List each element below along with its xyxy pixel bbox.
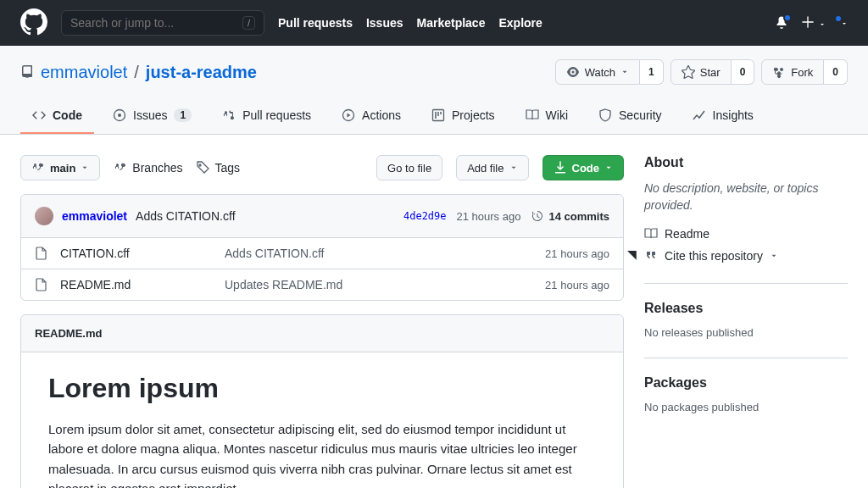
about-description: No description, website, or topics provi… [644,180,848,214]
file-row[interactable]: README.md Updates README.md 21 hours ago [21,269,623,300]
github-logo[interactable] [20,8,47,38]
caret-down-icon [620,68,629,76]
file-row[interactable]: CITATION.cff Adds CITATION.cff 21 hours … [21,238,623,269]
issue-icon [113,108,126,122]
fork-control: Fork 0 [761,59,848,85]
nav-explore[interactable]: Explore [498,16,542,30]
packages-section: Packages No packages published [644,358,848,413]
watch-label: Watch [585,66,615,79]
commit-sha-link[interactable]: 4de2d9e [403,210,447,222]
releases-section: Releases No releases published [644,283,848,339]
repo-tab-nav: Code Issues1 Pull requests Actions Proje… [20,102,848,134]
play-icon [342,108,355,122]
global-search[interactable]: / [61,10,264,36]
repo-sidebar: About No description, website, or topics… [644,155,848,488]
file-name-link[interactable]: README.md [60,278,213,291]
releases-empty: No releases published [644,326,848,339]
branch-select-button[interactable]: main [20,155,100,180]
tab-issues[interactable]: Issues1 [101,102,203,134]
notification-badge [783,14,792,22]
readme-filename: README.md [35,327,102,340]
repo-owner-link[interactable]: emmaviolet [41,63,127,82]
path-separator: / [134,63,139,82]
caret-down-icon [770,252,778,260]
quote-icon [644,249,658,263]
code-download-button[interactable]: Code [542,155,625,180]
slash-shortcut-icon: / [242,16,255,30]
packages-empty: No packages published [644,401,848,413]
svg-point-0 [571,71,574,74]
file-commit-message[interactable]: Updates README.md [225,278,533,291]
commit-author-avatar[interactable] [35,207,53,225]
mark-github-icon [20,8,47,36]
code-icon [32,108,46,122]
commits-history-link[interactable]: 14 commits [531,209,609,223]
watch-count[interactable]: 1 [640,59,664,85]
tab-wiki[interactable]: Wiki [514,102,580,134]
branch-name: main [50,162,75,175]
notifications-icon[interactable] [775,15,788,31]
star-icon [682,65,695,79]
tab-pulls[interactable]: Pull requests [210,102,323,134]
history-icon [531,209,544,223]
releases-heading: Releases [644,301,848,316]
fork-icon [772,65,786,79]
nav-marketplace[interactable]: Marketplace [417,16,486,30]
sidebar-cite-link[interactable]: Cite this repository [644,249,848,263]
nav-issues[interactable]: Issues [366,16,403,30]
eye-icon [566,65,580,79]
create-new-dropdown[interactable] [802,16,826,30]
file-name-link[interactable]: CITATION.cff [60,247,213,260]
latest-commit-bar: emmaviolet Adds CITATION.cff 4de2d9e 21 … [21,195,623,238]
tab-insights[interactable]: Insights [681,102,765,134]
file-icon [35,278,48,291]
repo-header: emmaviolet / just-a-readme Watch 1 Star … [0,46,868,135]
shield-icon [598,108,612,122]
star-count[interactable]: 0 [732,59,755,85]
star-control: Star 0 [670,59,755,85]
user-menu[interactable] [839,16,848,30]
repo-name-link[interactable]: just-a-readme [146,63,257,82]
readme-title: Lorem ipsum [48,373,596,404]
file-commit-time: 21 hours ago [545,247,609,260]
goto-file-button[interactable]: Go to file [376,155,442,180]
caret-down-icon [81,164,89,172]
tab-actions[interactable]: Actions [330,102,413,134]
file-commit-message[interactable]: Adds CITATION.cff [225,247,533,260]
file-listing: emmaviolet Adds CITATION.cff 4de2d9e 21 … [20,194,624,301]
star-button[interactable]: Star [670,59,732,85]
pull-request-icon [222,108,236,122]
fork-label: Fork [791,66,813,79]
add-file-button[interactable]: Add file [456,155,528,180]
git-branch-icon [31,161,45,175]
readme-body: Lorem ipsum dolor sit amet, consectetur … [48,419,596,488]
book-icon [644,227,658,241]
nav-pulls[interactable]: Pull requests [278,16,353,30]
issues-count: 1 [174,108,192,122]
watch-button[interactable]: Watch [555,59,640,85]
file-commit-time: 21 hours ago [545,279,609,291]
file-icon [35,247,48,260]
tab-code[interactable]: Code [20,102,94,134]
tab-projects[interactable]: Projects [420,102,507,134]
graph-icon [693,108,706,122]
search-input[interactable] [70,16,236,30]
tags-link[interactable]: Tags [197,161,241,175]
download-icon [554,161,567,175]
fork-button[interactable]: Fork [761,59,824,85]
commit-author-link[interactable]: emmaviolet [62,209,127,223]
book-icon [526,108,539,122]
tab-security[interactable]: Security [587,102,674,134]
readme-content: Lorem ipsum Lorem ipsum dolor sit amet, … [21,352,623,488]
sidebar-readme-link[interactable]: Readme [644,227,848,241]
branches-link[interactable]: Branches [114,161,182,175]
watch-control: Watch 1 [555,59,664,85]
readme-header: README.md [21,315,623,352]
packages-heading: Packages [644,375,848,391]
caret-down-icon [604,164,613,172]
about-heading: About [644,155,848,170]
commit-when: 21 hours ago [457,210,521,223]
commit-message-link[interactable]: Adds CITATION.cff [136,209,235,223]
fork-count[interactable]: 0 [824,59,848,85]
svg-point-2 [118,114,121,117]
